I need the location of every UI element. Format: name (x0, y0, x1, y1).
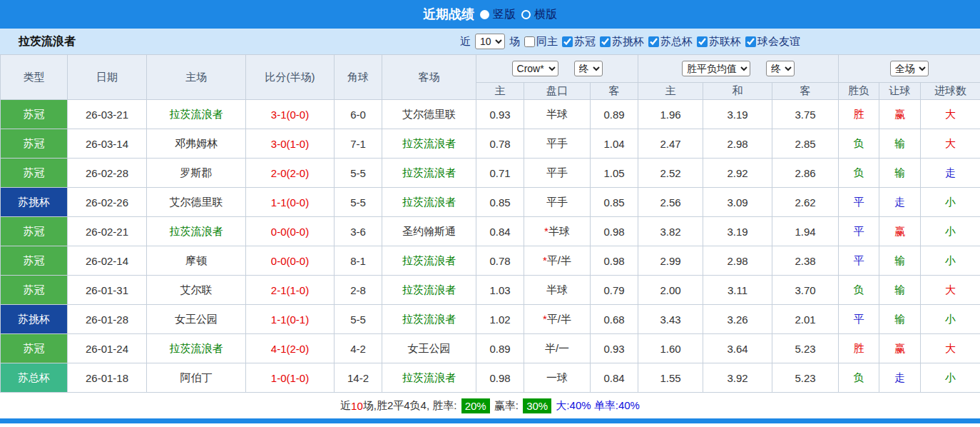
col-header-type: 类型 (1, 55, 68, 100)
match-count-select[interactable]: 10 (475, 34, 505, 49)
checkbox-input[interactable] (648, 36, 659, 47)
result-wdl-cell: 平 (839, 188, 879, 217)
avg-draw-cell: 2.92 (703, 159, 772, 188)
avg-time-select[interactable]: 终 (766, 61, 795, 76)
odds-line-cell: 平手 (524, 129, 591, 159)
avg-draw-cell: 2.98 (703, 129, 772, 159)
footer-segment: 10 (351, 400, 363, 412)
avg-away-cell: 3.75 (772, 100, 839, 129)
top-bar: 近期战绩 竖版 横版 (0, 0, 980, 29)
away-team-cell: 拉茨流浪者 (382, 246, 476, 276)
result-handicap-cell: 输 (879, 129, 921, 159)
table-row: 苏挑杯26-02-26艾尔德里联1-1(0-0)5-5拉茨流浪者0.85平手0.… (1, 188, 980, 217)
result-handicap-cell: 走 (879, 188, 921, 217)
league-cell: 苏冠 (1, 129, 68, 159)
table-row: 苏冠26-02-28罗斯郡2-0(2-0)5-5拉茨流浪者0.71平手1.052… (1, 159, 980, 188)
bookmaker-select[interactable]: Crow* (512, 61, 558, 76)
league-cell: 苏冠 (1, 276, 68, 305)
result-goal-cell: 大 (921, 100, 980, 129)
league-cell: 苏总杯 (1, 363, 68, 393)
date-cell: 26-02-14 (68, 246, 147, 276)
avg-away-cell: 3.70 (772, 276, 839, 305)
home-team-cell: 罗斯郡 (147, 159, 246, 188)
date-cell: 26-01-31 (68, 276, 147, 305)
result-handicap-cell: 赢 (879, 334, 921, 363)
avg-home-cell: 2.99 (638, 246, 703, 276)
avg-away-cell: 1.94 (772, 217, 839, 246)
checkbox-input[interactable] (524, 36, 535, 47)
score-cell: 1-0(1-0) (246, 363, 335, 393)
asian-odds-group-header: Crow* 终 (476, 55, 638, 83)
col-header-corner: 角球 (335, 55, 382, 100)
away-team-cell: 拉茨流浪者 (382, 129, 476, 159)
radio-unselected-icon[interactable] (521, 10, 531, 19)
odds-line-cell: 一球 (524, 363, 591, 393)
avg-home-cell: 3.82 (638, 217, 703, 246)
layout-radio-horizontal[interactable]: 横版 (521, 7, 557, 22)
avg-draw-cell: 3.19 (703, 100, 772, 129)
layout-radio-vertical[interactable]: 竖版 (480, 7, 516, 22)
bottom-bar (0, 418, 980, 423)
table-header-group-row: 类型 日期 主场 比分(半场) 角球 客场 Crow* 终 胜 (1, 55, 980, 83)
footer-segment: 赢率: (491, 399, 522, 413)
date-cell: 26-02-21 (68, 217, 147, 246)
table-row: 苏冠26-02-21拉茨流浪者0-0(0-0)3-6圣约翰斯通0.84*半球0.… (1, 217, 980, 246)
result-wdl-cell: 胜 (839, 334, 879, 363)
scope-select[interactable]: 全场 (890, 61, 929, 76)
subcol-result-handicap: 让球 (879, 83, 921, 100)
checkbox-input[interactable] (697, 36, 708, 47)
result-wdl-cell: 负 (839, 159, 879, 188)
odds-home-cell: 0.78 (476, 129, 524, 159)
avg-away-cell: 2.86 (772, 159, 839, 188)
avg-away-cell: 5.23 (772, 334, 839, 363)
odds-home-cell: 0.78 (476, 246, 524, 276)
filter-checkbox-苏总杯[interactable]: 苏总杯 (648, 35, 693, 49)
filter-checkbox-苏冠[interactable]: 苏冠 (562, 35, 596, 49)
checkbox-input[interactable] (600, 36, 611, 47)
subcol-odds-home: 主 (476, 83, 524, 100)
team-name: 拉茨流浪者 (19, 34, 76, 49)
odds-home-cell: 1.03 (476, 276, 524, 305)
table-row: 苏冠26-03-21拉茨流浪者3-1(0-0)6-0艾尔德里联0.93半球0.8… (1, 100, 980, 129)
away-team-cell: 拉茨流浪者 (382, 305, 476, 334)
near-label: 近 (460, 35, 471, 49)
odds-away-cell: 0.68 (591, 305, 638, 334)
odds-line-cell: 半/一 (524, 334, 591, 363)
avg-odds-select[interactable]: 胜平负均值 (682, 61, 750, 76)
subcol-odds-line: 盘口 (524, 83, 591, 100)
result-handicap-cell: 输 (879, 246, 921, 276)
date-cell: 26-02-28 (68, 159, 147, 188)
odds-away-cell: 0.79 (591, 276, 638, 305)
checkbox-input[interactable] (745, 36, 756, 47)
odds-time-select[interactable]: 终 (574, 61, 603, 76)
league-cell: 苏冠 (1, 334, 68, 363)
date-cell: 26-01-18 (68, 363, 147, 393)
filter-checkbox-苏联杯[interactable]: 苏联杯 (697, 35, 741, 49)
avg-draw-cell: 3.19 (703, 217, 772, 246)
result-goal-cell: 大 (921, 129, 980, 159)
league-cell: 苏冠 (1, 217, 68, 246)
page-title: 近期战绩 (423, 6, 474, 23)
corner-cell: 5-5 (335, 159, 382, 188)
col-header-score: 比分(半场) (246, 55, 335, 100)
avg-draw-cell: 3.92 (703, 363, 772, 393)
result-wdl-cell: 负 (839, 129, 879, 159)
checkbox-input[interactable] (562, 36, 573, 47)
result-wdl-cell: 平 (839, 305, 879, 334)
odds-home-cell: 0.84 (476, 217, 524, 246)
avg-home-cell: 2.52 (638, 159, 703, 188)
result-goal-cell: 小 (921, 188, 980, 217)
home-team-cell: 阿伯丁 (147, 363, 246, 393)
corner-cell: 7-1 (335, 129, 382, 159)
score-cell: 0-0(0-0) (246, 217, 335, 246)
filter-checkbox-球会友谊[interactable]: 球会友谊 (745, 35, 800, 49)
filter-checkbox-苏挑杯[interactable]: 苏挑杯 (600, 35, 644, 49)
away-team-cell: 女王公园 (382, 334, 476, 363)
radio-selected-icon[interactable] (480, 10, 489, 19)
filter-checkbox-同主[interactable]: 同主 (524, 35, 558, 49)
avg-draw-cell: 3.26 (703, 305, 772, 334)
corner-cell: 3-6 (335, 217, 382, 246)
avg-home-cell: 1.55 (638, 363, 703, 393)
subcol-result-wdl: 胜负 (839, 83, 879, 100)
score-cell: 2-1(1-0) (246, 276, 335, 305)
